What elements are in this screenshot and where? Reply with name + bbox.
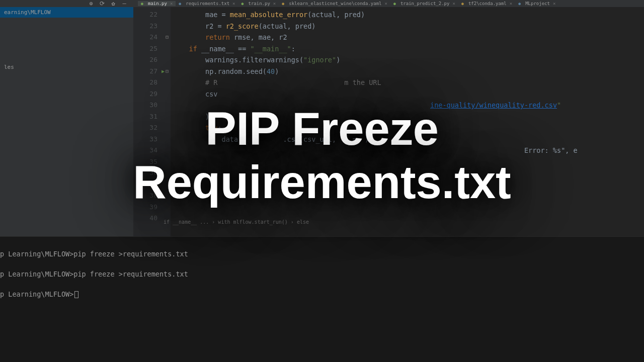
sidebar-folder[interactable]: earning\MLFLOW (0, 7, 133, 18)
fold-marker[interactable] (164, 21, 171, 32)
line-number: 22 (133, 9, 157, 21)
fold-marker[interactable] (164, 54, 171, 66)
close-icon[interactable]: × (452, 1, 455, 6)
breadcrumb[interactable]: if __name__ ... › with mlflow.start_run(… (164, 219, 309, 225)
line-number: 24 (133, 32, 157, 43)
tab-main-py[interactable]: main.py × (138, 1, 176, 6)
python-icon (241, 1, 246, 6)
python-icon (141, 1, 146, 6)
sidebar-sub[interactable]: les (0, 62, 133, 72)
tab-label: train_predict_2.py (400, 1, 450, 6)
fold-marker[interactable] (164, 88, 171, 100)
line-number: 27 (133, 66, 157, 77)
terminal-line: p Learning\MLFLOW>pip freeze >requiremen… (0, 249, 644, 259)
tab-train-py[interactable]: train.py × (238, 1, 279, 6)
settings-icon[interactable]: ✿ (110, 0, 117, 7)
collapse-icon[interactable]: — (121, 0, 128, 7)
tab-label: requirements.txt (186, 1, 229, 6)
terminal-panel[interactable]: p Learning\MLFLOW>pip freeze >requiremen… (0, 236, 644, 362)
fold-marker[interactable]: ⊟ (164, 32, 171, 43)
line-number: 25 (133, 43, 157, 55)
fold-marker[interactable] (164, 77, 171, 88)
line-number: 28 (133, 77, 157, 88)
tab-requirements[interactable]: requirements.txt × (176, 1, 238, 6)
terminal-cursor[interactable] (74, 291, 78, 298)
fold-marker[interactable] (164, 43, 171, 55)
text-icon (518, 1, 523, 6)
python-icon (393, 1, 398, 6)
code-line[interactable]: np.random.seed(40) (173, 66, 644, 77)
editor-tabs: main.py × requirements.txt × train.py × … (138, 0, 558, 7)
code-line[interactable]: return rmse, mae, r2 (173, 32, 644, 43)
code-line[interactable]: warnings.filterwarnings("ignore") (173, 54, 644, 66)
fold-marker[interactable] (164, 9, 171, 21)
yaml-icon (461, 1, 466, 6)
overlay-line2: Requirements.txt (133, 156, 511, 209)
tab-conda-yaml[interactable]: sklearn_elasticnet_wine\conda.yaml × (279, 1, 390, 6)
code-line[interactable]: # R m the URL (173, 77, 644, 88)
terminal-line: p Learning\MLFLOW>pip freeze >requiremen… (0, 269, 644, 279)
toolbar-icons: ⊕ ⟳ ✿ — (88, 0, 128, 7)
text-icon (179, 1, 184, 6)
code-line[interactable]: mae = mean_absolute_error(actual, pred) (173, 9, 644, 21)
tab-label: MLproject (525, 1, 550, 6)
line-number: 23 (133, 21, 157, 32)
code-line[interactable]: r2 = r2_score(actual, pred) (173, 21, 644, 32)
tab-label: train.py (248, 1, 270, 6)
terminal-line: p Learning\MLFLOW> (0, 289, 644, 299)
top-toolbar: ⊕ ⟳ ✿ — main.py × requirements.txt × tra… (0, 0, 644, 7)
close-icon[interactable]: × (232, 1, 235, 6)
close-icon[interactable]: × (170, 1, 173, 6)
tab-tf2-conda[interactable]: tf2\conda.yaml × (458, 1, 515, 6)
title-overlay: PIP Freeze Requirements.txt (133, 103, 511, 209)
overlay-line1: PIP Freeze (133, 103, 511, 156)
line-number: 26 (133, 54, 157, 66)
tab-mlproject[interactable]: MLproject × (515, 1, 558, 6)
close-icon[interactable]: × (273, 1, 276, 6)
close-icon[interactable]: × (510, 1, 512, 6)
tab-label: main.py (148, 1, 167, 6)
project-sidebar[interactable]: earning\MLFLOW les (0, 7, 133, 236)
close-icon[interactable]: × (553, 1, 555, 6)
yaml-icon (282, 1, 287, 6)
close-icon[interactable]: × (385, 1, 387, 6)
fold-marker[interactable]: ⊟ (164, 66, 171, 77)
code-line[interactable]: csv (173, 88, 644, 100)
tab-train-predict[interactable]: train_predict_2.py × (390, 1, 458, 6)
nav-icon[interactable]: ⊕ (88, 0, 95, 7)
line-number: 29 (133, 88, 157, 100)
tab-label: tf2\conda.yaml (468, 1, 507, 6)
sync-icon[interactable]: ⟳ (99, 0, 106, 7)
code-line[interactable]: if __name__ == "__main__": (173, 43, 644, 55)
tab-label: sklearn_elasticnet_wine\conda.yaml (289, 1, 381, 6)
line-number: 40 (133, 213, 157, 224)
